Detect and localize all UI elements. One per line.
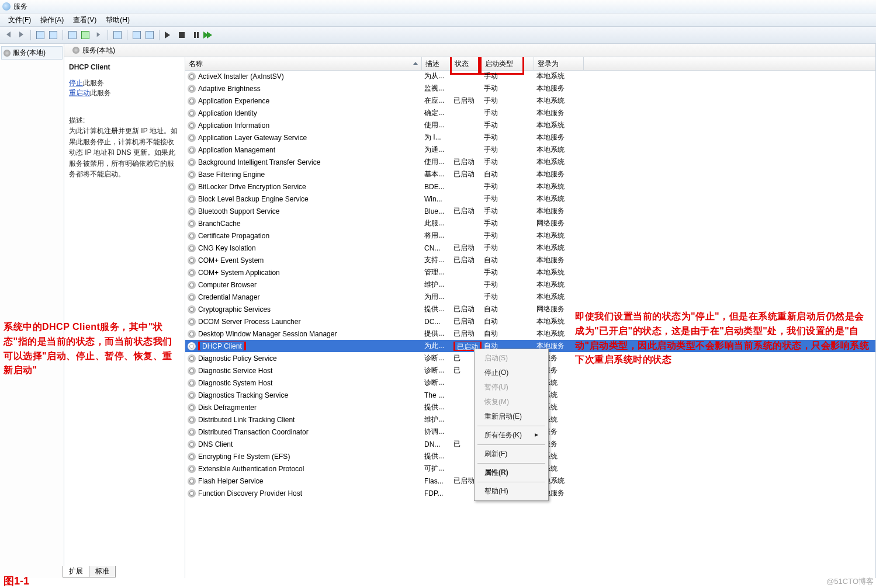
col-login[interactable]: 登录为: [534, 57, 584, 70]
gear-icon: [188, 109, 196, 117]
service-row[interactable]: Application Identity确定...手动本地服务: [185, 107, 875, 119]
tb-btn-3[interactable]: [67, 29, 78, 41]
service-row[interactable]: Credential Manager为用...手动本地系统: [185, 291, 875, 303]
tb-stop[interactable]: [176, 29, 188, 41]
service-row[interactable]: Adaptive Brightness监视...手动本地服务: [185, 82, 875, 95]
menu-view[interactable]: 查看(V): [68, 14, 101, 26]
restart-link[interactable]: 重启动: [69, 89, 90, 97]
svc-desc: BDE...: [424, 183, 453, 191]
service-row[interactable]: CNG Key IsolationCN...已启动手动本地系统: [185, 242, 875, 254]
ctx-all-tasks[interactable]: 所有任务(K): [476, 428, 546, 443]
service-row[interactable]: Application Experience在应...已启动手动本地系统: [185, 95, 875, 107]
service-row[interactable]: ActiveX Installer (AxInstSV)为从...手动本地系统: [185, 70, 875, 82]
gear-icon: [188, 134, 196, 142]
svc-desc: 可扩...: [424, 464, 453, 474]
separator: [63, 30, 63, 40]
svc-desc: 提供...: [424, 402, 453, 412]
svc-login: 本地服务: [536, 83, 586, 93]
service-row[interactable]: Base Filtering Engine基本...已启动自动本地服务: [185, 168, 875, 180]
tree-pane: 服务(本地): [0, 44, 64, 578]
svc-login: 本地系统: [536, 145, 586, 155]
ctx-resume[interactable]: 恢复(M): [476, 395, 546, 409]
tab-extended[interactable]: 扩展: [63, 566, 89, 577]
figure-label: 图1-1: [4, 574, 29, 588]
ctx-restart[interactable]: 重新启动(E): [476, 409, 546, 424]
service-row[interactable]: Bluetooth Support ServiceBlue...已启动手动本地服…: [185, 205, 875, 217]
menu-file[interactable]: 文件(F): [4, 14, 36, 26]
service-row[interactable]: Block Level Backup Engine ServiceWin...手…: [185, 193, 875, 205]
svc-desc: 提供...: [424, 304, 453, 314]
svc-name: Application Identity: [198, 109, 424, 117]
tb-btn-5[interactable]: [131, 29, 143, 41]
svc-name: DHCP Client: [198, 342, 424, 350]
annotation-left: 系统中的DHCP Client服务，其中"状态"指的是当前的状态，而当前状态我们…: [4, 320, 176, 378]
svc-login: 本地系统: [536, 292, 586, 302]
svc-type: 自动: [484, 255, 536, 265]
ctx-properties[interactable]: 属性(R): [476, 465, 546, 480]
svc-desc: 监视...: [424, 83, 453, 93]
svc-desc: 维护...: [424, 280, 453, 290]
tb-play[interactable]: [163, 29, 175, 41]
ctx-help[interactable]: 帮助(H): [476, 484, 546, 499]
service-row[interactable]: Background Intelligent Transfer Service使…: [185, 156, 875, 168]
tb-export[interactable]: [92, 29, 104, 41]
ctx-start[interactable]: 启动(S): [476, 351, 546, 366]
tb-refresh[interactable]: [79, 29, 91, 41]
service-row[interactable]: Computer Browser维护...手动本地系统: [185, 279, 875, 291]
service-row[interactable]: Application Layer Gateway Service为 I...手…: [185, 131, 875, 144]
gear-icon: [188, 453, 196, 461]
service-row[interactable]: Application Information使用...手动本地系统: [185, 119, 875, 131]
col-desc[interactable]: 描述: [422, 57, 451, 70]
tree-root[interactable]: 服务(本地): [1, 46, 63, 60]
stop-icon: [179, 32, 185, 38]
gear-icon: [188, 269, 196, 277]
svc-desc: 维护...: [424, 415, 453, 425]
svc-desc: DN...: [424, 440, 453, 448]
service-row[interactable]: COM+ Event System支持...已启动自动本地服务: [185, 254, 875, 266]
forward-button[interactable]: [15, 29, 27, 41]
svc-type: 自动: [484, 304, 536, 314]
col-name[interactable]: 名称: [185, 57, 422, 70]
ctx-refresh[interactable]: 刷新(F): [476, 447, 546, 461]
gear-icon: [188, 85, 196, 93]
gear-icon: [188, 477, 196, 485]
center-header-label: 服务(本地): [82, 46, 115, 55]
menu-action[interactable]: 操作(A): [36, 14, 68, 26]
svc-desc: Win...: [424, 195, 453, 203]
svc-name: Certificate Propagation: [198, 232, 424, 240]
service-row[interactable]: BitLocker Drive Encryption ServiceBDE...…: [185, 180, 875, 193]
tb-restart[interactable]: [202, 29, 213, 41]
service-row[interactable]: Certificate Propagation将用...手动本地系统: [185, 229, 875, 242]
ctx-pause[interactable]: 暂停(U): [476, 380, 546, 395]
menu-help[interactable]: 帮助(H): [101, 14, 134, 26]
service-row[interactable]: Application Management为通...手动本地系统: [185, 144, 875, 156]
column-headers: 名称 描述 状态 启动类型 登录为: [185, 57, 875, 71]
tree-root-label: 服务(本地): [13, 48, 46, 58]
svc-type: 手动: [484, 182, 536, 192]
tb-btn-2[interactable]: [47, 29, 59, 41]
panel-icon: [49, 31, 57, 39]
tb-btn-6[interactable]: [144, 29, 155, 41]
tb-btn-1[interactable]: [34, 29, 46, 41]
tb-pause[interactable]: [189, 29, 200, 41]
service-row[interactable]: BranchCache此服...手动网络服务: [185, 217, 875, 229]
svc-name: Cryptographic Services: [198, 305, 424, 314]
service-row[interactable]: COM+ System Application管理...手动本地系统: [185, 266, 875, 279]
svc-name: Function Discovery Provider Host: [198, 489, 424, 497]
svc-desc: 协调...: [424, 427, 453, 437]
svc-desc: FDP...: [424, 489, 453, 497]
svc-name: Application Layer Gateway Service: [198, 134, 424, 142]
tb-btn-4[interactable]: [112, 29, 123, 41]
svc-desc: 为此...: [424, 341, 453, 351]
svc-status: 已启动: [453, 329, 484, 339]
back-button[interactable]: [2, 29, 14, 41]
ctx-stop[interactable]: 停止(O): [476, 366, 546, 380]
col-type[interactable]: 启动类型: [482, 57, 534, 70]
svc-type: 手动: [484, 243, 536, 253]
svc-name: COM+ Event System: [198, 256, 424, 265]
stop-link[interactable]: 停止: [69, 79, 83, 87]
col-status[interactable]: 状态: [451, 57, 482, 70]
svc-type: 手动: [484, 267, 536, 277]
gear-icon: [188, 379, 196, 387]
tab-standard[interactable]: 标准: [89, 566, 116, 577]
